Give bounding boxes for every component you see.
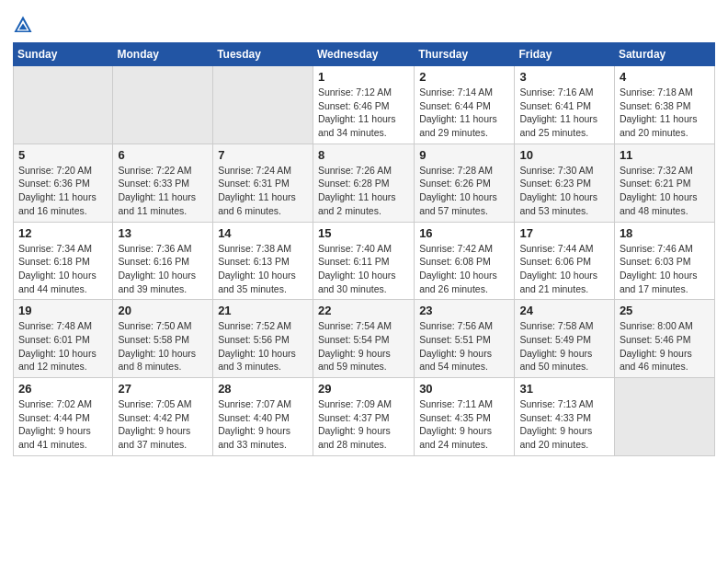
day-number: 20 (118, 304, 208, 317)
calendar-cell: 5Sunrise: 7:20 AM Sunset: 6:36 PM Daylig… (14, 144, 113, 222)
day-number: 27 (118, 382, 208, 396)
header (13, 9, 715, 35)
day-info: Sunrise: 7:48 AM Sunset: 6:01 PM Dayligh… (18, 319, 108, 373)
day-number: 8 (318, 148, 409, 162)
day-number: 14 (218, 226, 308, 240)
calendar-cell: 28Sunrise: 7:07 AM Sunset: 4:40 PM Dayli… (213, 378, 313, 456)
calendar-cell: 6Sunrise: 7:22 AM Sunset: 6:33 PM Daylig… (113, 144, 213, 222)
calendar-week-row: 5Sunrise: 7:20 AM Sunset: 6:36 PM Daylig… (14, 144, 715, 222)
calendar-cell: 29Sunrise: 7:09 AM Sunset: 4:37 PM Dayli… (313, 378, 414, 456)
day-info: Sunrise: 7:22 AM Sunset: 6:33 PM Dayligh… (118, 164, 208, 218)
day-number: 11 (620, 148, 710, 162)
day-info: Sunrise: 7:56 AM Sunset: 5:51 PM Dayligh… (419, 319, 509, 373)
logo (13, 13, 35, 35)
day-number: 4 (620, 70, 710, 84)
day-info: Sunrise: 7:38 AM Sunset: 6:13 PM Dayligh… (218, 242, 308, 296)
day-number: 9 (419, 148, 509, 162)
day-info: Sunrise: 7:24 AM Sunset: 6:31 PM Dayligh… (218, 164, 308, 218)
logo-icon (13, 15, 33, 35)
day-number: 21 (218, 304, 308, 317)
calendar-cell: 27Sunrise: 7:05 AM Sunset: 4:42 PM Dayli… (113, 378, 213, 456)
calendar-cell: 24Sunrise: 7:58 AM Sunset: 5:49 PM Dayli… (515, 300, 614, 378)
weekday-header-monday: Monday (113, 43, 213, 66)
day-number: 6 (118, 148, 208, 162)
calendar-cell: 2Sunrise: 7:14 AM Sunset: 6:44 PM Daylig… (415, 66, 515, 144)
day-info: Sunrise: 7:16 AM Sunset: 6:41 PM Dayligh… (519, 86, 609, 140)
calendar-table: SundayMondayTuesdayWednesdayThursdayFrid… (13, 42, 715, 456)
calendar-cell: 10Sunrise: 7:30 AM Sunset: 6:23 PM Dayli… (515, 144, 614, 222)
day-number: 26 (18, 382, 108, 396)
calendar-cell: 9Sunrise: 7:28 AM Sunset: 6:26 PM Daylig… (415, 144, 515, 222)
calendar-cell: 14Sunrise: 7:38 AM Sunset: 6:13 PM Dayli… (213, 222, 313, 300)
day-number: 16 (419, 226, 509, 240)
calendar-cell: 17Sunrise: 7:44 AM Sunset: 6:06 PM Dayli… (515, 222, 614, 300)
calendar-week-row: 19Sunrise: 7:48 AM Sunset: 6:01 PM Dayli… (14, 300, 715, 378)
calendar-cell: 1Sunrise: 7:12 AM Sunset: 6:46 PM Daylig… (313, 66, 414, 144)
day-info: Sunrise: 7:52 AM Sunset: 5:56 PM Dayligh… (218, 319, 308, 373)
calendar-cell: 22Sunrise: 7:54 AM Sunset: 5:54 PM Dayli… (313, 300, 414, 378)
day-info: Sunrise: 7:44 AM Sunset: 6:06 PM Dayligh… (519, 242, 609, 296)
day-number: 31 (519, 382, 609, 396)
weekday-header-sunday: Sunday (14, 43, 113, 66)
calendar-cell: 3Sunrise: 7:16 AM Sunset: 6:41 PM Daylig… (515, 66, 614, 144)
calendar-cell (614, 378, 714, 456)
day-info: Sunrise: 7:05 AM Sunset: 4:42 PM Dayligh… (118, 397, 208, 452)
day-number: 25 (620, 304, 710, 317)
day-info: Sunrise: 7:02 AM Sunset: 4:44 PM Dayligh… (18, 397, 108, 452)
day-number: 13 (118, 226, 208, 240)
calendar-cell: 31Sunrise: 7:13 AM Sunset: 4:33 PM Dayli… (515, 378, 614, 456)
calendar-cell: 12Sunrise: 7:34 AM Sunset: 6:18 PM Dayli… (14, 222, 113, 300)
day-number: 3 (519, 70, 609, 84)
calendar-cell: 11Sunrise: 7:32 AM Sunset: 6:21 PM Dayli… (614, 144, 714, 222)
day-info: Sunrise: 7:18 AM Sunset: 6:38 PM Dayligh… (620, 86, 710, 140)
day-number: 22 (318, 304, 409, 317)
calendar-cell (14, 66, 113, 144)
day-info: Sunrise: 7:11 AM Sunset: 4:35 PM Dayligh… (419, 397, 509, 452)
calendar-cell: 16Sunrise: 7:42 AM Sunset: 6:08 PM Dayli… (415, 222, 515, 300)
day-info: Sunrise: 7:34 AM Sunset: 6:18 PM Dayligh… (18, 242, 108, 296)
day-number: 10 (519, 148, 609, 162)
day-number: 17 (519, 226, 609, 240)
day-info: Sunrise: 7:40 AM Sunset: 6:11 PM Dayligh… (318, 242, 409, 296)
day-info: Sunrise: 7:32 AM Sunset: 6:21 PM Dayligh… (620, 164, 710, 218)
weekday-header-tuesday: Tuesday (213, 43, 313, 66)
calendar-cell: 13Sunrise: 7:36 AM Sunset: 6:16 PM Dayli… (113, 222, 213, 300)
calendar-cell: 7Sunrise: 7:24 AM Sunset: 6:31 PM Daylig… (213, 144, 313, 222)
day-number: 12 (18, 226, 108, 240)
day-number: 30 (419, 382, 509, 396)
calendar-cell: 4Sunrise: 7:18 AM Sunset: 6:38 PM Daylig… (614, 66, 714, 144)
day-number: 23 (419, 304, 509, 317)
calendar-cell (213, 66, 313, 144)
calendar-cell (113, 66, 213, 144)
day-info: Sunrise: 7:20 AM Sunset: 6:36 PM Dayligh… (18, 164, 108, 218)
day-info: Sunrise: 7:46 AM Sunset: 6:03 PM Dayligh… (620, 242, 710, 296)
weekday-header-wednesday: Wednesday (313, 43, 414, 66)
weekday-header-thursday: Thursday (415, 43, 515, 66)
calendar-cell: 20Sunrise: 7:50 AM Sunset: 5:58 PM Dayli… (113, 300, 213, 378)
day-info: Sunrise: 7:13 AM Sunset: 4:33 PM Dayligh… (519, 397, 609, 452)
weekday-header-friday: Friday (515, 43, 614, 66)
calendar-week-row: 12Sunrise: 7:34 AM Sunset: 6:18 PM Dayli… (14, 222, 715, 300)
day-info: Sunrise: 7:50 AM Sunset: 5:58 PM Dayligh… (118, 319, 208, 373)
day-info: Sunrise: 7:12 AM Sunset: 6:46 PM Dayligh… (318, 86, 409, 140)
calendar-cell: 15Sunrise: 7:40 AM Sunset: 6:11 PM Dayli… (313, 222, 414, 300)
calendar-cell: 21Sunrise: 7:52 AM Sunset: 5:56 PM Dayli… (213, 300, 313, 378)
day-number: 15 (318, 226, 409, 240)
calendar-cell: 26Sunrise: 7:02 AM Sunset: 4:44 PM Dayli… (14, 378, 113, 456)
day-info: Sunrise: 7:14 AM Sunset: 6:44 PM Dayligh… (419, 86, 509, 140)
calendar-cell: 23Sunrise: 7:56 AM Sunset: 5:51 PM Dayli… (415, 300, 515, 378)
calendar-week-row: 26Sunrise: 7:02 AM Sunset: 4:44 PM Dayli… (14, 378, 715, 456)
day-info: Sunrise: 7:30 AM Sunset: 6:23 PM Dayligh… (519, 164, 609, 218)
day-number: 24 (519, 304, 609, 317)
calendar-cell: 18Sunrise: 7:46 AM Sunset: 6:03 PM Dayli… (614, 222, 714, 300)
day-info: Sunrise: 7:42 AM Sunset: 6:08 PM Dayligh… (419, 242, 509, 296)
day-number: 28 (218, 382, 308, 396)
day-info: Sunrise: 7:54 AM Sunset: 5:54 PM Dayligh… (318, 319, 409, 373)
day-info: Sunrise: 7:36 AM Sunset: 6:16 PM Dayligh… (118, 242, 208, 296)
day-number: 2 (419, 70, 509, 84)
day-number: 29 (318, 382, 409, 396)
calendar-cell: 8Sunrise: 7:26 AM Sunset: 6:28 PM Daylig… (313, 144, 414, 222)
day-number: 18 (620, 226, 710, 240)
calendar-week-row: 1Sunrise: 7:12 AM Sunset: 6:46 PM Daylig… (14, 66, 715, 144)
page: SundayMondayTuesdayWednesdayThursdayFrid… (0, 0, 728, 563)
